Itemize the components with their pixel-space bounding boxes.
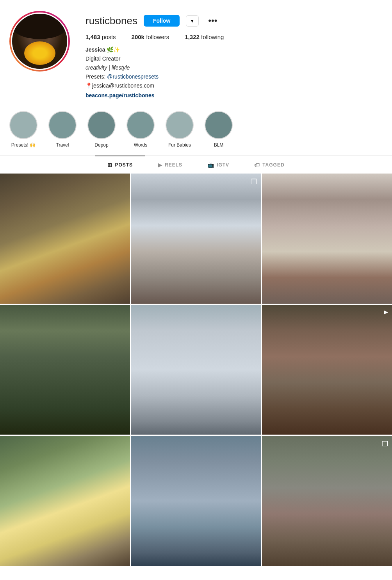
post-item-2[interactable]: ❐	[131, 174, 261, 304]
avatar-inner	[11, 13, 68, 70]
tab-igtv-icon: 📺	[207, 162, 214, 168]
bio-presets: Presets: @rusticbonespresets	[86, 73, 383, 81]
post-image-4	[0, 305, 130, 435]
posts-stat[interactable]: 1,483 posts	[86, 34, 116, 40]
tab-tagged-label: TAGGED	[262, 162, 284, 168]
dropdown-button[interactable]: ▾	[186, 15, 199, 27]
tab-tagged-icon: 🏷	[254, 162, 260, 168]
highlight-label-0: Presets! 🙌	[11, 142, 36, 148]
tab-posts-label: POSTS	[115, 162, 133, 168]
post-item-9[interactable]: ❐	[262, 436, 392, 566]
bio-title: Digital Creator	[86, 55, 383, 63]
posts-grid: ❐▶❐	[0, 174, 392, 566]
highlight-label-5: BLM	[214, 142, 224, 148]
follow-button[interactable]: Follow	[144, 15, 180, 27]
stats-row: 1,483 posts 200k followers 1,322 followi…	[86, 34, 383, 40]
tabs-section: ⊞POSTS▶REELS📺IGTV🏷TAGGED	[0, 156, 392, 174]
post-item-6[interactable]: ▶	[262, 305, 392, 435]
post-item-3[interactable]	[262, 174, 392, 304]
tab-posts[interactable]: ⊞POSTS	[95, 156, 145, 174]
highlight-label-1: Travel	[56, 142, 69, 148]
bio-name: Jessica 🌿✨	[86, 46, 383, 54]
post-item-5[interactable]	[131, 305, 261, 435]
tab-igtv-label: IGTV	[217, 162, 229, 168]
profile-header: rusticbones Follow ▾ ••• 1,483 posts 200…	[0, 0, 392, 106]
post-item-8[interactable]	[131, 436, 261, 566]
highlight-circle-0	[9, 111, 37, 139]
avatar-container[interactable]	[9, 11, 70, 72]
highlights-section: Presets! 🙌TravelDepopWordsFur BabiesBLM	[0, 106, 392, 156]
highlight-label-4: Fur Babies	[168, 142, 191, 148]
highlight-item-0[interactable]: Presets! 🙌	[9, 111, 37, 148]
post-multiple-icon-9: ❐	[382, 440, 388, 448]
post-video-icon-6: ▶	[384, 309, 388, 315]
profile-top-row: rusticbones Follow ▾ •••	[86, 14, 383, 27]
more-options-button[interactable]: •••	[205, 14, 220, 27]
post-image-7	[0, 436, 130, 566]
post-image-1	[0, 174, 130, 304]
tab-igtv[interactable]: 📺IGTV	[195, 156, 242, 174]
bio-section: Jessica 🌿✨ Digital Creator creativity | …	[86, 46, 383, 100]
highlight-item-2[interactable]: Depop	[87, 111, 116, 148]
username: rusticbones	[86, 15, 137, 27]
post-image-6	[262, 305, 392, 435]
highlight-circle-3	[127, 111, 155, 139]
highlight-circle-2	[87, 111, 116, 139]
following-stat[interactable]: 1,322 following	[185, 34, 224, 40]
post-image-8	[131, 436, 261, 566]
highlight-item-4[interactable]: Fur Babies	[166, 111, 194, 148]
bio-tagline: creativity | lifestyle	[86, 64, 383, 72]
post-item-1[interactable]	[0, 174, 130, 304]
highlight-circle-5	[205, 111, 233, 139]
post-image-2	[131, 174, 261, 304]
highlight-label-3: Words	[134, 142, 147, 148]
tab-reels-icon: ▶	[158, 162, 162, 168]
post-image-5	[131, 305, 261, 435]
highlight-item-5[interactable]: BLM	[205, 111, 233, 148]
avatar-image	[12, 14, 67, 69]
tab-reels[interactable]: ▶REELS	[145, 156, 195, 174]
highlight-item-1[interactable]: Travel	[48, 111, 77, 148]
highlight-circle-1	[48, 111, 77, 139]
highlight-item-3[interactable]: Words	[127, 111, 155, 148]
presets-link[interactable]: @rusticbonespresets	[107, 73, 159, 80]
tab-tagged[interactable]: 🏷TAGGED	[242, 156, 297, 174]
profile-info: rusticbones Follow ▾ ••• 1,483 posts 200…	[86, 11, 383, 100]
chevron-down-icon: ▾	[191, 18, 194, 24]
highlight-circle-4	[166, 111, 194, 139]
post-item-7[interactable]	[0, 436, 130, 566]
tab-reels-label: REELS	[165, 162, 182, 168]
bio-website-link[interactable]: beacons.page/rusticbones	[86, 92, 155, 98]
followers-stat[interactable]: 200k followers	[132, 34, 169, 40]
post-multiple-icon-2: ❐	[251, 177, 257, 186]
post-image-3	[262, 174, 392, 304]
bio-email: 📍jessica@rusticbones.com	[86, 82, 383, 90]
tab-posts-icon: ⊞	[107, 162, 112, 168]
post-image-9	[262, 436, 392, 566]
post-item-4[interactable]	[0, 305, 130, 435]
highlight-label-2: Depop	[94, 142, 108, 148]
